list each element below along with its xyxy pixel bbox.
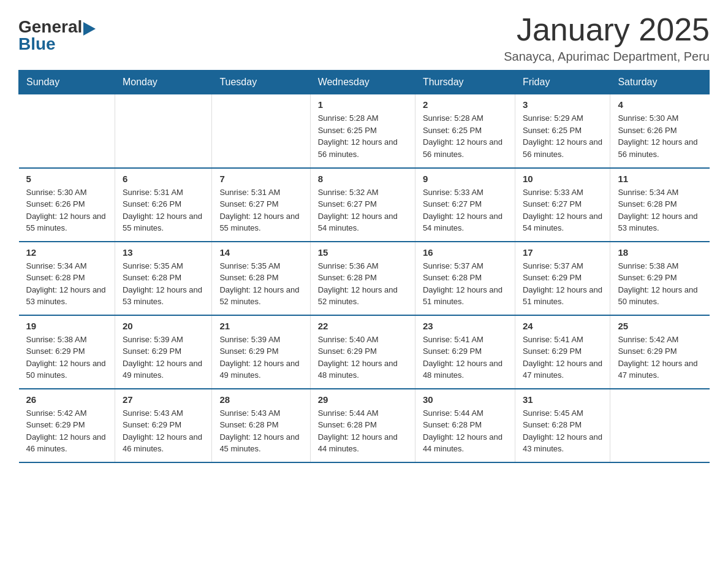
header-cell-thursday: Thursday — [415, 71, 515, 94]
calendar-table: SundayMondayTuesdayWednesdayThursdayFrid… — [18, 70, 710, 463]
day-number: 11 — [618, 174, 702, 184]
day-cell: 24Sunrise: 5:41 AM Sunset: 6:29 PM Dayli… — [515, 315, 610, 389]
svg-marker-0 — [83, 22, 96, 36]
logo: General Blue — [18, 18, 96, 53]
day-cell: 19Sunrise: 5:38 AM Sunset: 6:29 PM Dayli… — [19, 315, 115, 389]
day-cell: 17Sunrise: 5:37 AM Sunset: 6:29 PM Dayli… — [515, 242, 610, 315]
day-info: Sunrise: 5:28 AM Sunset: 6:25 PM Dayligh… — [423, 112, 507, 160]
day-number: 7 — [219, 174, 302, 184]
day-info: Sunrise: 5:40 AM Sunset: 6:29 PM Dayligh… — [318, 334, 408, 381]
day-info: Sunrise: 5:38 AM Sunset: 6:29 PM Dayligh… — [618, 260, 702, 308]
day-cell: 12Sunrise: 5:34 AM Sunset: 6:28 PM Dayli… — [19, 242, 115, 315]
day-info: Sunrise: 5:32 AM Sunset: 6:27 PM Dayligh… — [318, 186, 408, 234]
day-cell: 21Sunrise: 5:39 AM Sunset: 6:29 PM Dayli… — [212, 315, 310, 389]
day-number: 25 — [618, 321, 702, 331]
day-cell: 31Sunrise: 5:45 AM Sunset: 6:28 PM Dayli… — [515, 389, 610, 462]
header-cell-sunday: Sunday — [19, 71, 115, 94]
day-info: Sunrise: 5:43 AM Sunset: 6:29 PM Dayligh… — [123, 407, 204, 455]
day-info: Sunrise: 5:33 AM Sunset: 6:27 PM Dayligh… — [523, 186, 602, 234]
day-number: 10 — [523, 174, 602, 184]
day-info: Sunrise: 5:29 AM Sunset: 6:25 PM Dayligh… — [523, 112, 602, 160]
day-info: Sunrise: 5:42 AM Sunset: 6:29 PM Dayligh… — [26, 407, 107, 455]
logo-arrow-icon — [83, 22, 96, 36]
day-number: 26 — [26, 394, 107, 405]
day-info: Sunrise: 5:28 AM Sunset: 6:25 PM Dayligh… — [318, 112, 408, 160]
day-number: 27 — [123, 394, 204, 405]
page-subtitle: Sanayca, Apurimac Department, Peru — [504, 50, 710, 64]
day-info: Sunrise: 5:36 AM Sunset: 6:28 PM Dayligh… — [318, 260, 408, 308]
week-row-1: 1Sunrise: 5:28 AM Sunset: 6:25 PM Daylig… — [19, 94, 710, 168]
logo-blue-text: Blue — [18, 36, 96, 53]
day-info: Sunrise: 5:45 AM Sunset: 6:28 PM Dayligh… — [523, 407, 602, 455]
day-number: 28 — [219, 394, 302, 405]
week-row-3: 12Sunrise: 5:34 AM Sunset: 6:28 PM Dayli… — [19, 242, 710, 315]
logo-general-text: General — [18, 18, 82, 36]
header-cell-friday: Friday — [515, 71, 610, 94]
day-info: Sunrise: 5:35 AM Sunset: 6:28 PM Dayligh… — [123, 260, 204, 308]
day-info: Sunrise: 5:30 AM Sunset: 6:26 PM Dayligh… — [618, 112, 702, 160]
day-info: Sunrise: 5:38 AM Sunset: 6:29 PM Dayligh… — [26, 334, 107, 381]
day-number: 17 — [523, 247, 602, 258]
day-number: 15 — [318, 247, 408, 258]
header-row: SundayMondayTuesdayWednesdayThursdayFrid… — [19, 71, 710, 94]
week-row-4: 19Sunrise: 5:38 AM Sunset: 6:29 PM Dayli… — [19, 315, 710, 389]
day-info: Sunrise: 5:34 AM Sunset: 6:28 PM Dayligh… — [618, 186, 702, 234]
day-info: Sunrise: 5:31 AM Sunset: 6:26 PM Dayligh… — [123, 186, 204, 234]
day-cell — [610, 389, 710, 462]
day-cell: 16Sunrise: 5:37 AM Sunset: 6:28 PM Dayli… — [415, 242, 515, 315]
day-cell: 26Sunrise: 5:42 AM Sunset: 6:29 PM Dayli… — [19, 389, 115, 462]
day-number: 14 — [219, 247, 302, 258]
day-number: 5 — [26, 174, 107, 184]
day-number: 12 — [26, 247, 107, 258]
day-info: Sunrise: 5:41 AM Sunset: 6:29 PM Dayligh… — [423, 334, 507, 381]
day-number: 30 — [423, 394, 507, 405]
day-number: 1 — [318, 99, 408, 110]
day-cell: 25Sunrise: 5:42 AM Sunset: 6:29 PM Dayli… — [610, 315, 710, 389]
day-number: 29 — [318, 394, 408, 405]
page-title: January 2025 — [504, 12, 710, 47]
day-cell: 13Sunrise: 5:35 AM Sunset: 6:28 PM Dayli… — [115, 242, 211, 315]
day-info: Sunrise: 5:44 AM Sunset: 6:28 PM Dayligh… — [423, 407, 507, 455]
day-cell: 9Sunrise: 5:33 AM Sunset: 6:27 PM Daylig… — [415, 168, 515, 242]
day-cell: 14Sunrise: 5:35 AM Sunset: 6:28 PM Dayli… — [212, 242, 310, 315]
header-cell-saturday: Saturday — [610, 71, 710, 94]
day-info: Sunrise: 5:33 AM Sunset: 6:27 PM Dayligh… — [423, 186, 507, 234]
day-number: 23 — [423, 321, 507, 331]
day-info: Sunrise: 5:31 AM Sunset: 6:27 PM Dayligh… — [219, 186, 302, 234]
day-cell: 20Sunrise: 5:39 AM Sunset: 6:29 PM Dayli… — [115, 315, 211, 389]
day-number: 4 — [618, 99, 702, 110]
day-number: 19 — [26, 321, 107, 331]
day-number: 2 — [423, 99, 507, 110]
day-cell: 15Sunrise: 5:36 AM Sunset: 6:28 PM Dayli… — [310, 242, 415, 315]
day-info: Sunrise: 5:35 AM Sunset: 6:28 PM Dayligh… — [219, 260, 302, 308]
week-row-5: 26Sunrise: 5:42 AM Sunset: 6:29 PM Dayli… — [19, 389, 710, 462]
day-info: Sunrise: 5:39 AM Sunset: 6:29 PM Dayligh… — [219, 334, 302, 381]
day-cell: 30Sunrise: 5:44 AM Sunset: 6:28 PM Dayli… — [415, 389, 515, 462]
day-cell: 11Sunrise: 5:34 AM Sunset: 6:28 PM Dayli… — [610, 168, 710, 242]
day-cell — [19, 94, 115, 168]
day-number: 13 — [123, 247, 204, 258]
day-info: Sunrise: 5:34 AM Sunset: 6:28 PM Dayligh… — [26, 260, 107, 308]
day-info: Sunrise: 5:30 AM Sunset: 6:26 PM Dayligh… — [26, 186, 107, 234]
day-info: Sunrise: 5:41 AM Sunset: 6:29 PM Dayligh… — [523, 334, 602, 381]
day-cell: 5Sunrise: 5:30 AM Sunset: 6:26 PM Daylig… — [19, 168, 115, 242]
day-info: Sunrise: 5:39 AM Sunset: 6:29 PM Dayligh… — [123, 334, 204, 381]
day-number: 16 — [423, 247, 507, 258]
page-header: General Blue January 2025 Sanayca, Apuri… — [18, 12, 710, 64]
day-number: 31 — [523, 394, 602, 405]
day-cell — [212, 94, 310, 168]
day-number: 24 — [523, 321, 602, 331]
title-block: January 2025 Sanayca, Apurimac Departmen… — [504, 12, 710, 64]
day-cell: 6Sunrise: 5:31 AM Sunset: 6:26 PM Daylig… — [115, 168, 211, 242]
day-cell: 23Sunrise: 5:41 AM Sunset: 6:29 PM Dayli… — [415, 315, 515, 389]
day-number: 22 — [318, 321, 408, 331]
day-cell: 29Sunrise: 5:44 AM Sunset: 6:28 PM Dayli… — [310, 389, 415, 462]
day-number: 9 — [423, 174, 507, 184]
day-cell: 18Sunrise: 5:38 AM Sunset: 6:29 PM Dayli… — [610, 242, 710, 315]
day-number: 6 — [123, 174, 204, 184]
day-info: Sunrise: 5:42 AM Sunset: 6:29 PM Dayligh… — [618, 334, 702, 381]
day-cell: 2Sunrise: 5:28 AM Sunset: 6:25 PM Daylig… — [415, 94, 515, 168]
day-cell: 7Sunrise: 5:31 AM Sunset: 6:27 PM Daylig… — [212, 168, 310, 242]
day-cell: 3Sunrise: 5:29 AM Sunset: 6:25 PM Daylig… — [515, 94, 610, 168]
header-cell-tuesday: Tuesday — [212, 71, 310, 94]
